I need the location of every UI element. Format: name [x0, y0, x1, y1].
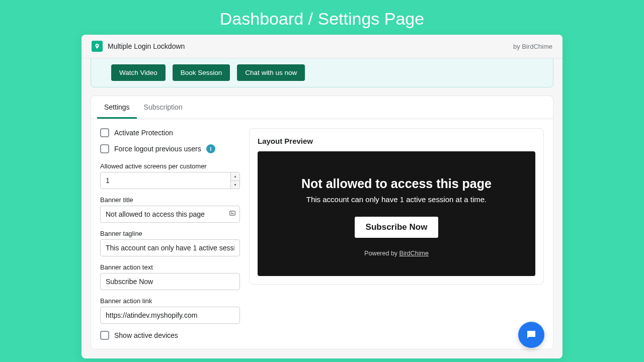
app-publisher: by BirdChime: [513, 43, 552, 50]
preview-subscribe-button[interactable]: Subscribe Now: [355, 217, 439, 238]
force-logout-checkbox[interactable]: [100, 144, 109, 153]
tab-settings[interactable]: Settings: [97, 96, 137, 119]
app-logo-icon: [92, 41, 103, 52]
app-name: Multiple Login Lockdown: [108, 42, 185, 50]
allowed-screens-input[interactable]: [100, 172, 240, 189]
banner-action-link-group: Banner action link: [100, 297, 240, 324]
chat-fab-button[interactable]: [518, 322, 544, 348]
app-header: Multiple Login Lockdown by BirdChime: [82, 35, 562, 58]
allowed-screens-label: Allowed active screens per customer: [100, 162, 240, 170]
powered-link[interactable]: BirdChime: [399, 250, 429, 257]
show-devices-row: Show active devices: [100, 331, 240, 340]
banner-action-link-input[interactable]: [100, 307, 240, 324]
chat-icon: [525, 329, 537, 341]
form-column: Activate Protection Force logout previou…: [100, 128, 240, 340]
force-logout-label: Force logout previous users: [114, 145, 201, 153]
banner-action-text-group: Banner action text: [100, 263, 240, 290]
banner-tagline-label: Banner tagline: [100, 230, 240, 237]
text-style-icon[interactable]: [229, 210, 236, 219]
book-session-button[interactable]: Book Session: [173, 64, 230, 81]
banner-action-link-label: Banner action link: [100, 297, 240, 305]
banner-tagline-input[interactable]: [100, 239, 240, 256]
stepper-up-icon[interactable]: ▲: [230, 172, 239, 181]
app-window: Multiple Login Lockdown by BirdChime Wat…: [82, 35, 562, 358]
banner-title-label: Banner title: [100, 196, 240, 204]
banner-action-text-label: Banner action text: [100, 263, 240, 271]
watch-video-button[interactable]: Watch Video: [111, 64, 166, 81]
preview-banner-title: Not allowed to access this page: [270, 176, 523, 191]
preview-card: Layout Preview Not allowed to access thi…: [249, 128, 544, 285]
banner-title-group: Banner title: [100, 196, 240, 223]
settings-panel: Settings Subscription Activate Protectio…: [91, 96, 553, 349]
activate-protection-row: Activate Protection: [100, 128, 240, 137]
stepper-down-icon[interactable]: ▼: [230, 181, 239, 189]
powered-prefix: Powered by: [364, 250, 399, 257]
activate-protection-label: Activate Protection: [114, 129, 173, 137]
app-body: Watch Video Book Session Chat with us no…: [82, 58, 562, 358]
page-title: Dashboard / Settings Page: [0, 0, 644, 35]
allowed-screens-group: Allowed active screens per customer ▲ ▼: [100, 162, 240, 189]
banner-tagline-group: Banner tagline: [100, 230, 240, 256]
banner-title-input[interactable]: [100, 206, 240, 223]
activate-protection-checkbox[interactable]: [100, 128, 109, 137]
chat-now-button[interactable]: Chat with us now: [237, 64, 305, 81]
action-bar: Watch Video Book Session Chat with us no…: [91, 58, 553, 87]
preview-heading: Layout Preview: [258, 137, 535, 145]
banner-action-text-input[interactable]: [100, 273, 240, 290]
preview-banner-tagline: This account can only have 1 active sess…: [270, 195, 523, 204]
show-devices-checkbox[interactable]: [100, 331, 109, 340]
preview-column: Layout Preview Not allowed to access thi…: [249, 128, 544, 340]
tab-subscription[interactable]: Subscription: [137, 96, 190, 119]
force-logout-row: Force logout previous users i: [100, 144, 240, 153]
preview-banner: Not allowed to access this page This acc…: [258, 151, 535, 276]
show-devices-label: Show active devices: [114, 331, 178, 339]
info-icon[interactable]: i: [206, 144, 215, 153]
preview-powered-by: Powered by BirdChime: [270, 250, 523, 257]
panel-body: Activate Protection Force logout previou…: [91, 119, 553, 349]
tabs: Settings Subscription: [91, 96, 553, 119]
